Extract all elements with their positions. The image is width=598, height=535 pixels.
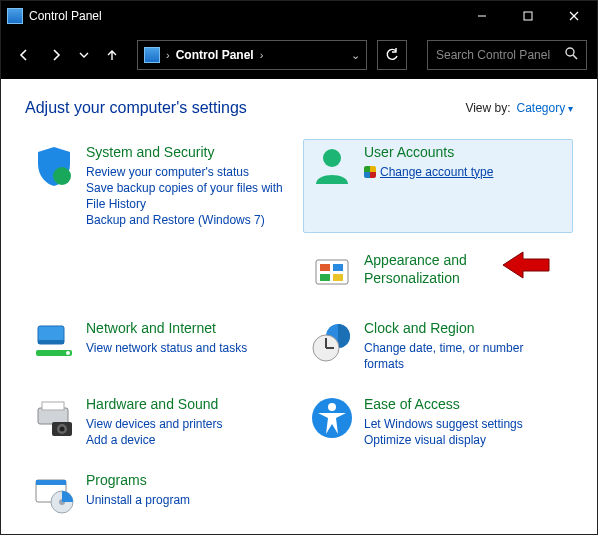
- minimize-button[interactable]: [459, 1, 505, 31]
- category-link[interactable]: Review your computer's status: [86, 164, 288, 180]
- svg-rect-13: [320, 264, 330, 271]
- accessibility-icon: [310, 396, 354, 440]
- svg-point-11: [66, 351, 70, 355]
- svg-point-6: [53, 167, 71, 185]
- appearance-icon: [310, 252, 354, 296]
- category-title[interactable]: Ease of Access: [364, 396, 566, 414]
- svg-point-4: [566, 48, 574, 56]
- category-system-security[interactable]: System and Security Review your computer…: [25, 139, 295, 233]
- svg-rect-1: [524, 12, 532, 20]
- up-button[interactable]: [99, 42, 125, 68]
- view-by-label: View by:: [465, 101, 510, 115]
- category-hardware-sound[interactable]: Hardware and Sound View devices and prin…: [25, 391, 295, 453]
- view-by-value[interactable]: Category: [517, 101, 573, 115]
- content-area: Adjust your computer's settings View by:…: [1, 79, 597, 534]
- address-icon: [144, 47, 160, 63]
- svg-rect-15: [320, 274, 330, 281]
- category-title[interactable]: Appearance and Personalization: [364, 252, 566, 287]
- category-link[interactable]: Change date, time, or number formats: [364, 340, 566, 372]
- shield-icon: [32, 144, 76, 188]
- recent-locations-button[interactable]: [75, 42, 93, 68]
- svg-rect-9: [38, 340, 64, 344]
- category-title[interactable]: System and Security: [86, 144, 288, 162]
- link-change-account-type[interactable]: Change account type: [364, 164, 566, 180]
- category-title[interactable]: Network and Internet: [86, 320, 288, 338]
- clock-icon: [310, 320, 354, 364]
- category-appearance[interactable]: Appearance and Personalization: [303, 247, 573, 301]
- category-link[interactable]: Add a device: [86, 432, 288, 448]
- svg-rect-22: [42, 402, 64, 410]
- category-link[interactable]: Backup and Restore (Windows 7): [86, 212, 288, 228]
- view-by-control[interactable]: View by: Category: [465, 101, 573, 115]
- printer-icon: [32, 396, 76, 440]
- svg-line-5: [573, 55, 577, 59]
- address-location: Control Panel: [176, 48, 254, 62]
- network-icon: [32, 320, 76, 364]
- address-dropdown-icon[interactable]: ⌄: [351, 49, 360, 62]
- category-link[interactable]: Optimize visual display: [364, 432, 566, 448]
- category-title[interactable]: User Accounts: [364, 144, 566, 162]
- chevron-right-icon: ›: [260, 49, 264, 61]
- svg-rect-14: [333, 264, 343, 271]
- maximize-button[interactable]: [505, 1, 551, 31]
- svg-rect-16: [333, 274, 343, 281]
- page-heading: Adjust your computer's settings: [25, 99, 247, 117]
- programs-icon: [32, 472, 76, 516]
- category-ease-of-access[interactable]: Ease of Access Let Windows suggest setti…: [303, 391, 573, 453]
- category-user-accounts[interactable]: User Accounts Change account type: [303, 139, 573, 233]
- window-title: Control Panel: [29, 9, 102, 23]
- navbar: › Control Panel › ⌄ Search Control Panel: [1, 31, 597, 79]
- chevron-right-icon: ›: [166, 49, 170, 61]
- control-panel-window: Control Panel › Control Panel ›: [0, 0, 598, 535]
- category-network-internet[interactable]: Network and Internet View network status…: [25, 315, 295, 377]
- back-button[interactable]: [11, 42, 37, 68]
- category-clock-region[interactable]: Clock and Region Change date, time, or n…: [303, 315, 573, 377]
- svg-rect-29: [36, 480, 66, 485]
- svg-point-25: [60, 427, 65, 432]
- control-panel-icon: [7, 8, 23, 24]
- search-placeholder: Search Control Panel: [436, 48, 550, 62]
- address-bar[interactable]: › Control Panel › ⌄: [137, 40, 367, 70]
- category-link[interactable]: View network status and tasks: [86, 340, 288, 356]
- search-icon: [565, 47, 578, 63]
- category-title[interactable]: Clock and Region: [364, 320, 566, 338]
- category-title[interactable]: Hardware and Sound: [86, 396, 288, 414]
- category-link[interactable]: View devices and printers: [86, 416, 288, 432]
- category-programs[interactable]: Programs Uninstall a program: [25, 467, 295, 521]
- search-box[interactable]: Search Control Panel: [427, 40, 587, 70]
- user-icon: [310, 144, 354, 188]
- svg-point-7: [323, 149, 341, 167]
- category-link[interactable]: Let Windows suggest settings: [364, 416, 566, 432]
- close-button[interactable]: [551, 1, 597, 31]
- svg-point-27: [328, 403, 336, 411]
- category-link[interactable]: Save backup copies of your files with Fi…: [86, 180, 288, 212]
- category-title[interactable]: Programs: [86, 472, 288, 490]
- forward-button[interactable]: [43, 42, 69, 68]
- refresh-button[interactable]: [377, 40, 407, 70]
- titlebar: Control Panel: [1, 1, 597, 31]
- category-link[interactable]: Uninstall a program: [86, 492, 288, 508]
